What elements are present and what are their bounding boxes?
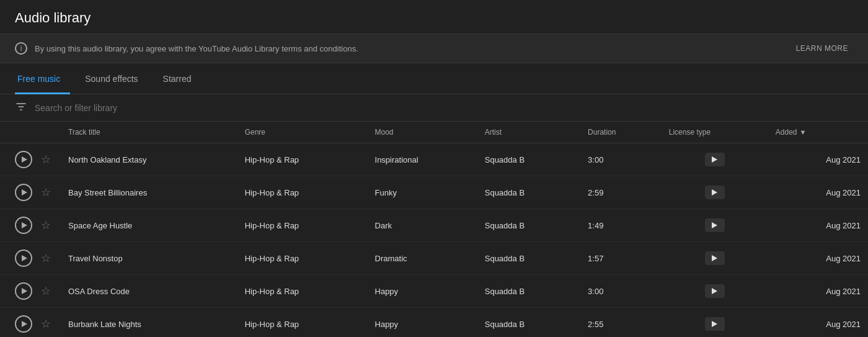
col-header-mood: Mood xyxy=(368,122,477,143)
track-artist-2: Squadda B xyxy=(477,209,580,242)
star-button-5[interactable]: ☆ xyxy=(38,317,53,331)
play-icon-1 xyxy=(22,189,27,195)
track-title-5: Burbank Late Nights xyxy=(61,308,237,338)
tab-bar: Free music Sound effects Starred xyxy=(0,63,868,94)
row-controls-5: ☆ xyxy=(0,308,61,338)
track-mood-2: Dark xyxy=(368,209,477,242)
track-title-4: OSA Dress Code xyxy=(61,275,237,308)
play-button-2[interactable] xyxy=(15,217,32,234)
search-input[interactable] xyxy=(35,103,221,113)
track-license-3 xyxy=(662,242,768,275)
table-row: ☆ Travel Nonstop Hip-Hop & Rap Dramatic … xyxy=(0,242,868,275)
play-icon-4 xyxy=(22,288,27,294)
play-icon-3 xyxy=(22,255,27,261)
play-icon-5 xyxy=(22,321,27,327)
track-license-5 xyxy=(662,308,768,338)
controls-group-2: ☆ xyxy=(15,217,53,234)
track-added-5: Aug 2021 xyxy=(768,308,868,338)
track-mood-1: Funky xyxy=(368,176,477,209)
star-button-2[interactable]: ☆ xyxy=(38,218,53,233)
track-license-0 xyxy=(662,143,768,176)
play-button-3[interactable] xyxy=(15,249,32,267)
sort-arrow-icon: ▼ xyxy=(800,128,807,136)
track-artist-5: Squadda B xyxy=(477,308,580,338)
star-button-1[interactable]: ☆ xyxy=(38,185,53,200)
tab-starred[interactable]: Starred xyxy=(161,64,202,94)
row-controls-2: ☆ xyxy=(0,209,61,242)
table-row: ☆ North Oakland Extasy Hip-Hop & Rap Ins… xyxy=(0,143,868,176)
yt-badge-1 xyxy=(705,186,725,199)
table-row: ☆ Burbank Late Nights Hip-Hop & Rap Happ… xyxy=(0,308,868,338)
yt-play-icon-0 xyxy=(712,156,717,163)
track-genre-2: Hip-Hop & Rap xyxy=(237,209,368,242)
play-button-1[interactable] xyxy=(15,184,32,201)
play-button-0[interactable] xyxy=(15,151,32,168)
learn-more-button[interactable]: LEARN MORE xyxy=(791,42,853,55)
yt-play-icon-4 xyxy=(712,288,717,294)
yt-badge-2 xyxy=(705,218,725,232)
row-controls-4: ☆ xyxy=(0,275,61,308)
track-list: ☆ North Oakland Extasy Hip-Hop & Rap Ins… xyxy=(0,143,868,338)
track-duration-1: 2:59 xyxy=(580,176,662,209)
track-added-4: Aug 2021 xyxy=(768,275,868,308)
tab-sound-effects[interactable]: Sound effects xyxy=(82,64,148,94)
yt-badge-0 xyxy=(705,153,725,166)
track-mood-4: Happy xyxy=(368,275,477,308)
track-added-1: Aug 2021 xyxy=(768,176,868,209)
track-genre-5: Hip-Hop & Rap xyxy=(237,308,368,338)
filter-bar xyxy=(0,94,868,122)
added-sort[interactable]: Added ▼ xyxy=(776,128,853,137)
track-license-4 xyxy=(662,275,768,308)
star-button-3[interactable]: ☆ xyxy=(38,251,53,266)
tab-free-music[interactable]: Free music xyxy=(15,64,70,94)
track-added-2: Aug 2021 xyxy=(768,209,868,242)
row-controls-1: ☆ xyxy=(0,176,61,209)
track-license-2 xyxy=(662,209,768,242)
track-table: Track title Genre Mood Artist Duration L… xyxy=(0,122,868,337)
yt-badge-5 xyxy=(705,317,725,331)
track-added-0: Aug 2021 xyxy=(768,143,868,176)
track-artist-0: Squadda B xyxy=(477,143,580,176)
play-button-4[interactable] xyxy=(15,282,32,300)
track-mood-5: Happy xyxy=(368,308,477,338)
row-controls-0: ☆ xyxy=(0,143,61,176)
track-title-2: Space Age Hustle xyxy=(61,209,237,242)
track-duration-5: 2:55 xyxy=(580,308,662,338)
track-artist-4: Squadda B xyxy=(477,275,580,308)
page-header: Audio library xyxy=(0,0,868,34)
col-header-controls xyxy=(0,122,61,143)
yt-play-icon-3 xyxy=(712,255,717,261)
track-duration-2: 1:49 xyxy=(580,209,662,242)
col-header-added[interactable]: Added ▼ xyxy=(768,122,868,143)
table-row: ☆ Bay Street Billionaires Hip-Hop & Rap … xyxy=(0,176,868,209)
track-genre-3: Hip-Hop & Rap xyxy=(237,242,368,275)
track-title-1: Bay Street Billionaires xyxy=(61,176,237,209)
track-genre-4: Hip-Hop & Rap xyxy=(237,275,368,308)
controls-group-1: ☆ xyxy=(15,184,53,201)
col-header-duration: Duration xyxy=(580,122,662,143)
star-button-0[interactable]: ☆ xyxy=(38,152,53,167)
play-icon-2 xyxy=(22,222,27,228)
play-button-5[interactable] xyxy=(15,315,32,333)
info-icon: i xyxy=(15,42,27,55)
notice-left: i By using this audio library, you agree… xyxy=(15,42,358,55)
star-button-4[interactable]: ☆ xyxy=(38,284,53,299)
yt-play-icon-1 xyxy=(712,189,717,195)
col-header-license-type: License type xyxy=(662,122,768,143)
track-artist-3: Squadda B xyxy=(477,242,580,275)
track-mood-3: Dramatic xyxy=(368,242,477,275)
page-title: Audio library xyxy=(15,10,853,26)
table-header-row: Track title Genre Mood Artist Duration L… xyxy=(0,122,868,143)
controls-group-5: ☆ xyxy=(15,315,53,333)
track-added-3: Aug 2021 xyxy=(768,242,868,275)
col-header-track-title: Track title xyxy=(61,122,237,143)
yt-badge-3 xyxy=(705,251,725,265)
track-title-0: North Oakland Extasy xyxy=(61,143,237,176)
yt-badge-4 xyxy=(705,284,725,298)
track-mood-0: Inspirational xyxy=(368,143,477,176)
yt-play-icon-5 xyxy=(712,321,717,327)
track-license-1 xyxy=(662,176,768,209)
table-row: ☆ OSA Dress Code Hip-Hop & Rap Happy Squ… xyxy=(0,275,868,308)
filter-icon xyxy=(15,101,27,115)
track-genre-1: Hip-Hop & Rap xyxy=(237,176,368,209)
